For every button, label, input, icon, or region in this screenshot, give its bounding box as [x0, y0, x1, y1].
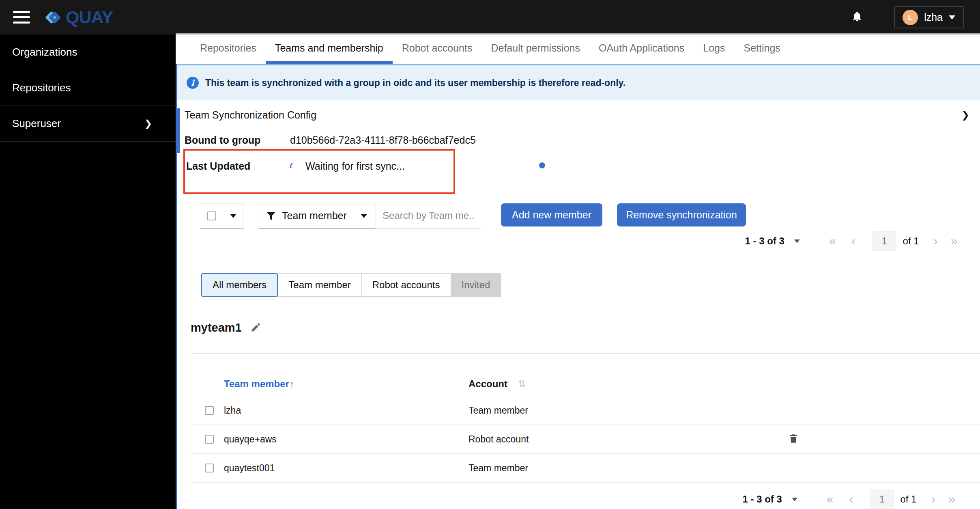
table-row: quayqe+aws Robot account: [191, 425, 980, 454]
member-account-type: Team member: [469, 405, 528, 416]
member-name: lzha: [224, 405, 241, 416]
tab-logs[interactable]: Logs: [694, 35, 734, 64]
last-updated-row: Last Updated Waiting for first sync...: [186, 160, 453, 172]
tab-settings[interactable]: Settings: [734, 35, 789, 64]
tab-teams-and-membership[interactable]: Teams and membership: [266, 35, 393, 64]
member-type-toggle-group: All members Team member Robot accounts I…: [202, 273, 501, 297]
row-checkbox[interactable]: [205, 406, 214, 415]
main-content: Repositories Teams and membership Robot …: [176, 35, 980, 509]
toggle-all-members[interactable]: All members: [201, 273, 278, 297]
members-table: Team member ↑ Account ⇅ lzha Team member…: [191, 353, 980, 483]
member-account-type: Team member: [469, 463, 528, 474]
page-input[interactable]: 1: [873, 231, 896, 251]
user-menu-button[interactable]: L lzha: [894, 6, 964, 28]
first-page-icon[interactable]: «: [827, 492, 834, 507]
chevron-down-icon: [949, 15, 955, 19]
table-row: lzha Team member: [191, 396, 980, 425]
info-banner: i This team is synchronized with a group…: [176, 65, 980, 100]
user-name: lzha: [924, 11, 943, 23]
team-sync-config-title: Team Synchronization Config: [185, 109, 316, 121]
last-page-icon[interactable]: »: [948, 492, 955, 507]
tab-robot-accounts[interactable]: Robot accounts: [393, 35, 482, 64]
last-updated-label: Last Updated: [186, 160, 290, 172]
menu-toggle-button[interactable]: [11, 9, 32, 26]
sort-toggle-icon[interactable]: ⇅: [518, 378, 526, 390]
toggle-team-member[interactable]: Team member: [277, 273, 361, 297]
chevron-down-icon: [361, 214, 367, 218]
next-page-icon[interactable]: ›: [931, 492, 935, 507]
member-account-type: Robot account: [469, 434, 529, 445]
quay-logo: QUAY: [47, 7, 113, 27]
highlight-annotation: Last Updated Waiting for first sync...: [183, 149, 455, 194]
last-page-icon[interactable]: »: [951, 234, 958, 248]
filter-selected-label: Team member: [282, 210, 347, 222]
bound-to-group-value: d10b566d-72a3-4111-8f78-b66cbaf7edc5: [290, 134, 476, 146]
previous-page-icon[interactable]: ‹: [849, 492, 853, 507]
sidebar-nav: Organizations Repositories Superuser ❯: [0, 35, 176, 509]
next-page-icon[interactable]: ›: [933, 234, 937, 248]
sidebar-item-organizations[interactable]: Organizations: [0, 35, 176, 70]
filter-funnel-icon: [266, 212, 275, 220]
header-right: L lzha: [851, 6, 980, 28]
bell-icon: [851, 11, 863, 23]
edit-team-name-button[interactable]: [250, 322, 261, 333]
previous-page-icon[interactable]: ‹: [851, 234, 855, 248]
table-header-row: Team member ↑ Account ⇅: [191, 372, 980, 396]
pagination-range: 1 - 3 of 3: [745, 235, 784, 247]
pagination-range: 1 - 3 of 3: [742, 494, 782, 505]
avatar: L: [903, 10, 918, 25]
app-header: QUAY L lzha: [0, 0, 980, 35]
per-page-chevron-down-icon[interactable]: [794, 239, 800, 243]
team-name: myteam1: [191, 321, 242, 334]
page-input[interactable]: 1: [870, 490, 894, 509]
chevron-right-icon: ❯: [144, 118, 152, 129]
page-count-label: of 1: [900, 494, 916, 505]
last-updated-value: Waiting for first sync...: [305, 160, 405, 172]
per-page-chevron-down-icon[interactable]: [792, 498, 797, 501]
team-sync-config-header: Team Synchronization Config ❯: [176, 107, 980, 123]
column-filter-dropdown[interactable]: Team member: [258, 203, 376, 229]
pagination-top: 1 - 3 of 3 « ‹ 1 of 1 › »: [745, 231, 958, 251]
hamburger-icon: [13, 11, 30, 13]
brand-name: QUAY: [66, 7, 113, 27]
info-icon: i: [187, 77, 199, 89]
loading-spinner-icon: [289, 161, 299, 171]
quay-app-screen: QUAY L lzha Organizations Repositories S…: [0, 0, 980, 509]
toggle-robot-accounts[interactable]: Robot accounts: [361, 273, 451, 297]
page-count-label: of 1: [903, 235, 919, 247]
member-name: quayqe+aws: [224, 434, 277, 445]
expand-chevron-icon[interactable]: ❯: [961, 109, 969, 121]
org-tabs: Repositories Teams and membership Robot …: [176, 35, 980, 64]
tab-repositories[interactable]: Repositories: [191, 35, 266, 64]
pagination-bottom: 1 - 3 of 3 « ‹ 1 of 1 › »: [742, 490, 955, 509]
select-all-checkbox[interactable]: [207, 211, 216, 220]
search-input[interactable]: [376, 203, 481, 229]
tab-default-permissions[interactable]: Default permissions: [481, 35, 589, 64]
chevron-down-icon: [230, 214, 236, 218]
info-banner-text: This team is synchronized with a group i…: [205, 78, 625, 88]
notifications-button[interactable]: [851, 11, 863, 24]
annotation-dot: [539, 162, 545, 168]
team-heading: myteam1: [191, 321, 261, 334]
row-checkbox[interactable]: [205, 464, 214, 472]
bulk-select-dropdown[interactable]: [200, 203, 244, 229]
row-checkbox[interactable]: [205, 435, 214, 444]
sidebar-item-superuser[interactable]: Superuser ❯: [0, 106, 176, 142]
remove-synchronization-button[interactable]: Remove synchronization: [617, 203, 746, 226]
column-header-team-member[interactable]: Team member: [224, 378, 289, 390]
sidebar-item-repositories[interactable]: Repositories: [0, 70, 176, 106]
sort-ascending-icon[interactable]: ↑: [289, 378, 294, 390]
add-new-member-button[interactable]: Add new member: [501, 203, 602, 226]
first-page-icon[interactable]: «: [829, 234, 836, 248]
bound-to-group-row: Bound to group d10b566d-72a3-4111-8f78-b…: [185, 132, 476, 148]
bound-to-group-label: Bound to group: [185, 134, 290, 146]
pencil-icon: [250, 322, 261, 333]
delete-member-button[interactable]: [788, 433, 799, 445]
toggle-invited: Invited: [451, 273, 501, 297]
member-name: quaytest001: [224, 463, 275, 474]
table-row: quaytest001 Team member: [191, 454, 980, 483]
trash-icon: [788, 433, 799, 444]
tab-oauth-applications[interactable]: OAuth Applications: [589, 35, 694, 64]
column-header-account[interactable]: Account: [469, 378, 507, 390]
